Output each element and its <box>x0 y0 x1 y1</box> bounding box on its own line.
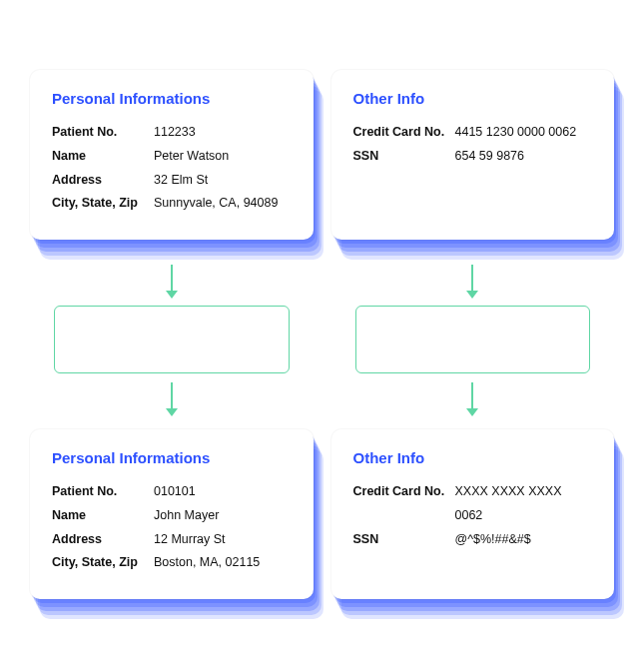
info-row: SSN@^$%!##&#$ <box>353 528 593 552</box>
info-label: Patient No. <box>52 480 154 504</box>
info-value: 654 59 9876 <box>455 145 525 169</box>
info-value: Sunnyvale, CA, 94089 <box>154 192 278 216</box>
card-title: Other Info <box>353 449 593 466</box>
card-personal-info-masked: Personal Informations Patient No.010101N… <box>30 429 314 599</box>
info-row: Patient No.010101 <box>52 480 292 504</box>
info-value: 12 Murray St <box>154 528 226 552</box>
info-row: NamePeter Watson <box>52 145 292 169</box>
info-row: Address32 Elm St <box>52 169 292 193</box>
card-title: Personal Informations <box>52 90 292 107</box>
card-rows: Patient No.112233NamePeter WatsonAddress… <box>52 121 292 216</box>
process-box-left-wrap <box>30 306 314 373</box>
info-row: City, State, ZipBoston, MA, 02115 <box>52 551 292 575</box>
card-rows: Credit Card No.XXXX XXXX XXXX 0062SSN@^$… <box>353 480 593 551</box>
card-rows: Patient No.010101NameJohn MayerAddress12… <box>52 480 292 575</box>
card-rows: Credit Card No.4415 1230 0000 0062SSN654… <box>353 121 593 169</box>
arrow-down <box>331 258 615 306</box>
process-box-right-wrap <box>331 306 615 373</box>
info-value: 010101 <box>154 480 196 504</box>
info-row: Address12 Murray St <box>52 528 292 552</box>
arrow-down <box>331 373 615 425</box>
diagram-grid: Personal Informations Patient No.112233N… <box>30 70 614 599</box>
info-label: SSN <box>353 145 455 169</box>
arrow-down <box>30 373 314 425</box>
info-label: Address <box>52 528 154 552</box>
info-value: Peter Watson <box>154 145 229 169</box>
info-value: 32 Elm St <box>154 169 208 193</box>
info-row: Credit Card No.XXXX XXXX XXXX 0062 <box>353 480 593 528</box>
process-box <box>54 306 290 373</box>
info-label: Credit Card No. <box>353 121 455 145</box>
info-value: 4415 1230 0000 0062 <box>455 121 577 145</box>
info-label: SSN <box>353 528 455 552</box>
info-value: @^$%!##&#$ <box>455 528 531 552</box>
info-value: Boston, MA, 02115 <box>154 551 260 575</box>
info-row: Patient No.112233 <box>52 121 292 145</box>
info-row: Credit Card No.4415 1230 0000 0062 <box>353 121 593 145</box>
info-label: Address <box>52 169 154 193</box>
info-label: City, State, Zip <box>52 192 154 216</box>
info-value: 112233 <box>154 121 196 145</box>
info-label: City, State, Zip <box>52 551 154 575</box>
process-box <box>355 306 591 373</box>
info-label: Patient No. <box>52 121 154 145</box>
info-label: Credit Card No. <box>353 480 455 528</box>
card-personal-info-original: Personal Informations Patient No.112233N… <box>30 70 314 240</box>
info-row: SSN654 59 9876 <box>353 145 593 169</box>
card-other-info-masked: Other Info Credit Card No.XXXX XXXX XXXX… <box>331 429 615 599</box>
info-label: Name <box>52 145 154 169</box>
arrow-down <box>30 258 314 306</box>
info-label: Name <box>52 504 154 528</box>
card-title: Personal Informations <box>52 449 292 466</box>
info-value: XXXX XXXX XXXX 0062 <box>455 480 593 528</box>
card-title: Other Info <box>353 90 593 107</box>
info-value: John Mayer <box>154 504 219 528</box>
info-row: City, State, ZipSunnyvale, CA, 94089 <box>52 192 292 216</box>
info-row: NameJohn Mayer <box>52 504 292 528</box>
card-other-info-original: Other Info Credit Card No.4415 1230 0000… <box>331 70 615 240</box>
